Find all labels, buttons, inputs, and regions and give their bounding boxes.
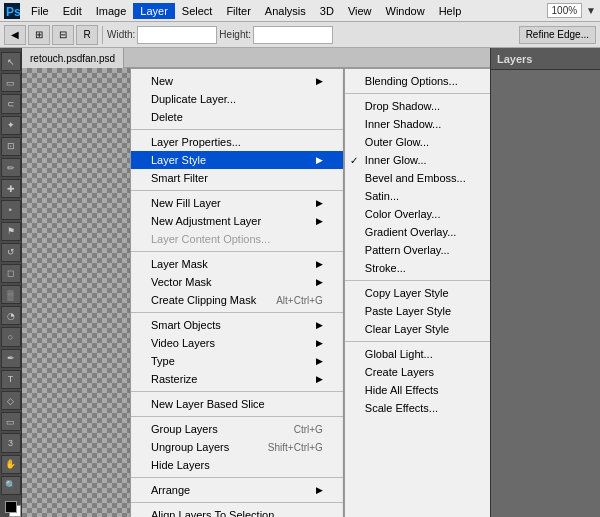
sep8 — [131, 502, 343, 503]
tool-options-icon3[interactable]: R — [76, 25, 98, 45]
submenu-stroke[interactable]: Stroke... — [345, 259, 490, 277]
submenu-inner-shadow[interactable]: Inner Shadow... — [345, 115, 490, 133]
pen-tool[interactable]: ✒ — [1, 349, 21, 368]
menu-help[interactable]: Help — [432, 3, 469, 19]
height-label: Height: — [219, 29, 251, 40]
menu-item-smart-objects[interactable]: Smart Objects ▶ — [131, 316, 343, 334]
width-field[interactable] — [137, 26, 217, 44]
brush-tool[interactable]: ⁍ — [1, 200, 21, 219]
submenu-hide-all-effects[interactable]: Hide All Effects — [345, 381, 490, 399]
refine-edge-button[interactable]: Refine Edge... — [519, 26, 596, 44]
type-arrow: ▶ — [316, 356, 323, 366]
layer-mask-arrow: ▶ — [316, 259, 323, 269]
group-shortcut: Ctrl+G — [294, 424, 323, 435]
type-tool[interactable]: T — [1, 370, 21, 389]
photoshop-logo: Ps — [4, 3, 20, 19]
zoom-tool[interactable]: 🔍 — [1, 476, 21, 495]
rasterize-arrow: ▶ — [316, 374, 323, 384]
menu-item-align-layers[interactable]: Align Layers To Selection — [131, 506, 343, 517]
menu-item-video-layers[interactable]: Video Layers ▶ — [131, 334, 343, 352]
menu-item-layer-mask[interactable]: Layer Mask ▶ — [131, 255, 343, 273]
submenu-clear-layer-style[interactable]: Clear Layer Style — [345, 320, 490, 338]
menu-item-hide-layers[interactable]: Hide Layers — [131, 456, 343, 474]
menu-item-rasterize[interactable]: Rasterize ▶ — [131, 370, 343, 388]
dodge-tool[interactable]: ○ — [1, 327, 21, 346]
menu-item-clipping-mask[interactable]: Create Clipping Mask Alt+Ctrl+G — [131, 291, 343, 309]
submenu-arrow: ▶ — [316, 76, 323, 86]
move-tool[interactable]: ↖ — [1, 52, 21, 71]
menu-item-fill-layer[interactable]: New Fill Layer ▶ — [131, 194, 343, 212]
canvas-container: retouch.psdfan.psd — [22, 48, 490, 517]
menu-3d[interactable]: 3D — [313, 3, 341, 19]
menu-item-group-layers[interactable]: Group Layers Ctrl+G — [131, 420, 343, 438]
menu-file[interactable]: File — [24, 3, 56, 19]
menu-item-new[interactable]: New ▶ — [131, 72, 343, 90]
menu-item-delete[interactable]: Delete — [131, 108, 343, 126]
layer-style-arrow: ▶ — [316, 155, 323, 165]
blur-tool[interactable]: ◔ — [1, 306, 21, 325]
lasso-tool[interactable]: ⊂ — [1, 94, 21, 113]
menu-item-layer-style[interactable]: Layer Style ▶ — [131, 151, 343, 169]
tool-options-arrow[interactable]: ◀ — [4, 25, 26, 45]
submenu-inner-glow[interactable]: ✓ Inner Glow... — [345, 151, 490, 169]
submenu-drop-shadow[interactable]: Drop Shadow... — [345, 97, 490, 115]
adjustment-arrow: ▶ — [316, 216, 323, 226]
menu-item-type[interactable]: Type ▶ — [131, 352, 343, 370]
submenu-bevel-emboss[interactable]: Bevel and Emboss... — [345, 169, 490, 187]
submenu-paste-layer-style[interactable]: Paste Layer Style — [345, 302, 490, 320]
submenu-scale-effects[interactable]: Scale Effects... — [345, 399, 490, 417]
sub-sep2 — [345, 280, 490, 281]
file-tab[interactable]: retouch.psdfan.psd — [22, 48, 124, 68]
arrange-arrow: ▶ — [316, 485, 323, 495]
menu-item-new-layer-slice[interactable]: New Layer Based Slice — [131, 395, 343, 413]
tool-options-icon1[interactable]: ⊞ — [28, 25, 50, 45]
crop-tool[interactable]: ⊡ — [1, 137, 21, 156]
tool-options-icon2[interactable]: ⊟ — [52, 25, 74, 45]
gradient-tool[interactable]: ▒ — [1, 285, 21, 304]
submenu-copy-layer-style[interactable]: Copy Layer Style — [345, 284, 490, 302]
menu-item-arrange[interactable]: Arrange ▶ — [131, 481, 343, 499]
menu-analysis[interactable]: Analysis — [258, 3, 313, 19]
hand-tool[interactable]: ✋ — [1, 455, 21, 474]
menu-item-duplicate[interactable]: Duplicate Layer... — [131, 90, 343, 108]
sep7 — [131, 477, 343, 478]
submenu-satin[interactable]: Satin... — [345, 187, 490, 205]
submenu-outer-glow[interactable]: Outer Glow... — [345, 133, 490, 151]
menu-image[interactable]: Image — [89, 3, 134, 19]
stamp-tool[interactable]: ⚑ — [1, 222, 21, 241]
menu-item-content-options: Layer Content Options... — [131, 230, 343, 248]
submenu-blending-options[interactable]: Blending Options... — [345, 72, 490, 90]
sub-sep3 — [345, 341, 490, 342]
menu-filter[interactable]: Filter — [219, 3, 257, 19]
menu-item-ungroup-layers[interactable]: Ungroup Layers Shift+Ctrl+G — [131, 438, 343, 456]
menu-item-layer-properties[interactable]: Layer Properties... — [131, 133, 343, 151]
menu-window[interactable]: Window — [379, 3, 432, 19]
submenu-gradient-overlay[interactable]: Gradient Overlay... — [345, 223, 490, 241]
magic-wand-tool[interactable]: ✦ — [1, 116, 21, 135]
height-field[interactable] — [253, 26, 333, 44]
left-tool-panel: ↖ ▭ ⊂ ✦ ⊡ ✏ ✚ ⁍ ⚑ ↺ ◻ ▒ ◔ ○ ✒ T ◇ ▭ 3 ✋ … — [0, 48, 22, 517]
menu-item-smart-filter[interactable]: Smart Filter — [131, 169, 343, 187]
menu-select[interactable]: Select — [175, 3, 220, 19]
menu-item-vector-mask[interactable]: Vector Mask ▶ — [131, 273, 343, 291]
healing-tool[interactable]: ✚ — [1, 179, 21, 198]
submenu-global-light[interactable]: Global Light... — [345, 345, 490, 363]
3d-tool[interactable]: 3 — [1, 433, 21, 452]
eraser-tool[interactable]: ◻ — [1, 264, 21, 283]
layer-style-submenu: Blending Options... Drop Shadow... Inner… — [344, 68, 490, 517]
svg-text:Ps: Ps — [6, 5, 20, 19]
refine-edge-btn[interactable]: Refine Edge... — [519, 26, 596, 44]
history-tool[interactable]: ↺ — [1, 243, 21, 262]
submenu-create-layers[interactable]: Create Layers — [345, 363, 490, 381]
submenu-color-overlay[interactable]: Color Overlay... — [345, 205, 490, 223]
submenu-pattern-overlay[interactable]: Pattern Overlay... — [345, 241, 490, 259]
fg-swatch[interactable] — [5, 501, 17, 513]
marquee-tool[interactable]: ▭ — [1, 73, 21, 92]
menu-edit[interactable]: Edit — [56, 3, 89, 19]
menu-view[interactable]: View — [341, 3, 379, 19]
shape-tool[interactable]: ▭ — [1, 412, 21, 431]
path-tool[interactable]: ◇ — [1, 391, 21, 410]
menu-item-adjustment-layer[interactable]: New Adjustment Layer ▶ — [131, 212, 343, 230]
eyedropper-tool[interactable]: ✏ — [1, 158, 21, 177]
menu-layer[interactable]: Layer — [133, 3, 175, 19]
